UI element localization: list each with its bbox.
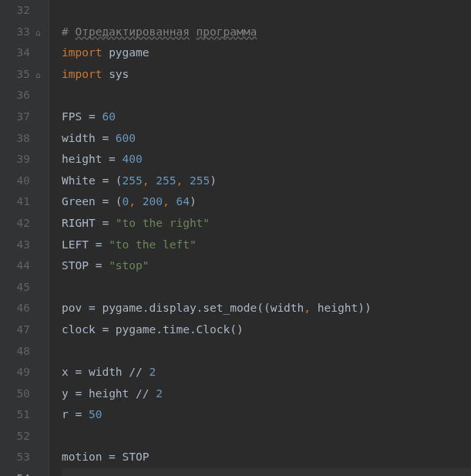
gutter-marker-icon: ⌂ xyxy=(35,65,41,86)
gutter-marker-icon: ⌂ xyxy=(35,22,41,44)
line-number: 54 xyxy=(0,468,49,476)
line-number: 34 xyxy=(0,42,49,64)
code-editor[interactable]: ⌂⌂ 3233343536373839404142434445464748495… xyxy=(0,0,471,476)
operator-token: = xyxy=(69,387,89,400)
identifier-token: Green xyxy=(62,195,96,208)
operator-token: = xyxy=(89,259,109,272)
operator-token: = xyxy=(96,132,116,144)
comment-token: Отредактированная xyxy=(75,25,189,38)
line-number: 49 xyxy=(0,362,49,383)
code-line[interactable]: STOP = "stop" xyxy=(62,255,471,277)
number-token: 255 xyxy=(190,174,210,187)
punct-token: ( xyxy=(116,195,123,208)
comma-token: , xyxy=(176,174,189,187)
line-number: 33 xyxy=(0,22,49,43)
code-line[interactable] xyxy=(62,85,471,106)
code-line[interactable] xyxy=(62,277,471,299)
identifier-token: STOP xyxy=(123,451,150,463)
line-number: 38 xyxy=(0,128,49,150)
line-number: 48 xyxy=(0,341,49,363)
operator-token: = xyxy=(96,195,116,208)
operator-token: = xyxy=(102,153,122,165)
operator-token: = xyxy=(69,366,89,378)
line-number-gutter: ⌂⌂ 3233343536373839404142434445464748495… xyxy=(0,0,49,476)
operator-token: = xyxy=(102,451,122,463)
identifier-token: pygame xyxy=(109,46,149,59)
identifier-token: LEFT xyxy=(62,238,89,251)
code-line[interactable]: r = 50 xyxy=(62,404,471,426)
identifier-token: height // xyxy=(89,387,156,400)
identifier-token: r xyxy=(62,408,69,420)
comment-token: программа xyxy=(197,25,257,38)
line-number: 53 xyxy=(0,447,49,468)
line-number: 42 xyxy=(0,213,49,235)
code-line[interactable]: pov = pygame.display.set_mode((width, he… xyxy=(62,298,471,319)
indent-guide xyxy=(49,0,49,476)
number-token: 255 xyxy=(123,174,143,187)
code-line[interactable]: motion = STOP xyxy=(62,447,471,468)
number-token: 255 xyxy=(156,174,176,187)
number-token: 64 xyxy=(176,195,189,208)
line-number: 43 xyxy=(0,235,49,256)
operator-token: = xyxy=(82,302,102,314)
code-line[interactable]: RIGHT = "to the right" xyxy=(62,213,471,235)
number-token: 200 xyxy=(143,195,163,208)
code-line[interactable]: clock = pygame.time.Clock() xyxy=(62,319,471,341)
identifier-token: y xyxy=(62,387,69,400)
string-token: "stop" xyxy=(109,259,149,272)
operator-token: = xyxy=(96,174,116,187)
identifier-token: pygame.time.Clock() xyxy=(116,323,244,336)
identifier-token: pov xyxy=(62,302,82,314)
code-line[interactable] xyxy=(62,341,471,363)
number-token: 400 xyxy=(123,153,143,165)
code-line[interactable]: x = width // 2 xyxy=(62,362,471,383)
code-line[interactable]: y = height // 2 xyxy=(62,383,471,405)
identifier-token: pygame.display.set_mode((width xyxy=(102,302,304,314)
line-number: 50 xyxy=(0,383,49,405)
code-line[interactable]: # Отредактированная программа xyxy=(62,22,471,43)
line-number: 45 xyxy=(0,277,49,299)
operator-token: = xyxy=(89,238,109,251)
line-number: 52 xyxy=(0,426,49,447)
code-line[interactable]: FPS = 60 xyxy=(62,106,471,128)
identifier-token: RIGHT xyxy=(62,217,96,229)
operator-token: = xyxy=(96,217,116,229)
keyword-token: import xyxy=(62,68,102,80)
identifier-token: sys xyxy=(109,68,129,80)
identifier-token: height)) xyxy=(318,302,372,314)
code-line[interactable]: White = (255, 255, 255) xyxy=(62,170,471,192)
line-number: 35 xyxy=(0,64,49,86)
identifier-token: clock xyxy=(62,323,96,336)
line-number: 40 xyxy=(0,170,49,192)
line-number: 37 xyxy=(0,106,49,128)
code-area[interactable]: # Отредактированная программаimport pyga… xyxy=(49,0,471,476)
number-token: 2 xyxy=(150,366,156,378)
code-line[interactable]: import pygame xyxy=(62,42,471,64)
line-number: 41 xyxy=(0,191,49,213)
code-line[interactable] xyxy=(62,426,471,447)
line-number: 39 xyxy=(0,149,49,170)
keyword-token: import xyxy=(62,46,102,59)
comma-token: , xyxy=(163,195,176,208)
line-number: 36 xyxy=(0,85,49,106)
line-number: 51 xyxy=(0,404,49,426)
code-line[interactable]: height = 400 xyxy=(62,149,471,170)
code-line[interactable] xyxy=(62,0,471,22)
operator-token: = xyxy=(82,110,102,123)
line-number: 32 xyxy=(0,0,49,22)
code-line[interactable]: LEFT = "to the left" xyxy=(62,235,471,256)
code-line[interactable] xyxy=(62,468,471,476)
code-line[interactable]: import sys xyxy=(62,64,471,86)
code-line[interactable]: width = 600 xyxy=(62,128,471,150)
identifier-token: motion xyxy=(62,451,102,463)
number-token: 600 xyxy=(116,132,136,144)
punct-token: ) xyxy=(190,195,197,208)
line-number: 46 xyxy=(0,298,49,319)
identifier-token: FPS xyxy=(62,110,82,123)
comment-token xyxy=(190,25,197,38)
code-line[interactable]: Green = (0, 200, 64) xyxy=(62,191,471,213)
line-number: 44 xyxy=(0,255,49,277)
comma-token: , xyxy=(143,174,156,187)
comma-token: , xyxy=(304,302,317,314)
identifier-token: x xyxy=(62,366,69,378)
